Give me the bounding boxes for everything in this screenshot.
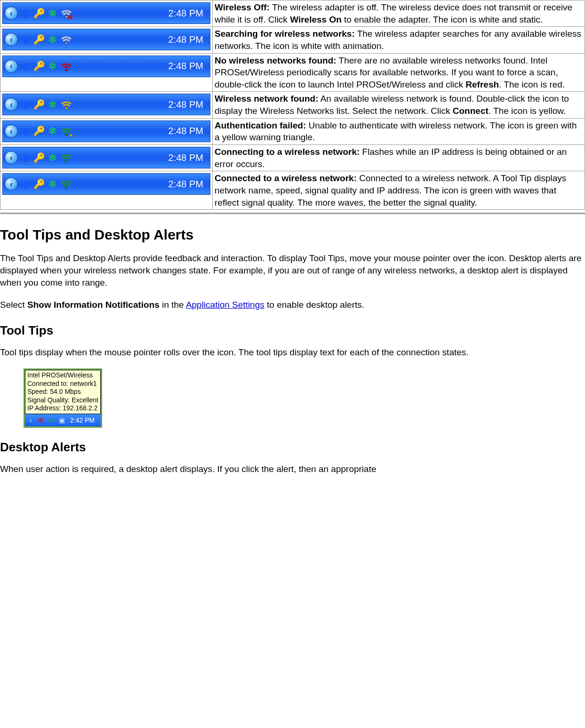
battery-icon: ▮	[21, 179, 31, 189]
keys-icon: 🔑	[34, 99, 44, 110]
paragraph-select-notifications: Select Show Information Notifications in…	[0, 299, 585, 311]
keys-icon: 🔑	[34, 8, 44, 18]
state-taskbar-cell: ‹▮🔑❇2:48 PM	[0, 27, 213, 53]
globe-icon: ❇	[47, 179, 57, 189]
system-tray: ‹▮🔑❇	[3, 177, 72, 191]
state-title: Authentication failed:	[215, 120, 306, 130]
keys-icon: 🔑	[34, 179, 44, 189]
tray-chevron-icon: ‹	[5, 98, 18, 111]
tray-chevron-icon: ‹	[27, 416, 34, 424]
wifi-icon	[60, 98, 72, 111]
state-taskbar-cell: ‹▮🔑❇2:48 PM	[0, 145, 213, 171]
wifi-icon	[48, 416, 55, 424]
heading-tooltips-alerts: Tool Tips and Desktop Alerts	[0, 227, 585, 243]
system-tray: ‹▮🔑❇	[3, 60, 72, 73]
taskbar: ‹▮🔑❇2:48 PM	[2, 29, 210, 50]
paragraph-tooltips-body: Tool tips display when the mouse pointer…	[0, 346, 585, 359]
state-description-cell: Wireless Off: The wireless adapter is of…	[213, 0, 585, 27]
state-row: ‹▮🔑❇2:48 PMWireless network found: An av…	[0, 92, 585, 118]
state-taskbar-cell: ‹▮🔑❇2:48 PM	[0, 53, 213, 92]
tray-chevron-icon: ‹	[5, 7, 18, 20]
taskbar: ‹▮🔑❇2:48 PM	[2, 56, 210, 77]
taskbar-clock: 2:48 PM	[168, 33, 210, 46]
taskbar-clock: 2:48 PM	[168, 98, 210, 111]
taskbar-clock: 2:48 PM	[168, 7, 210, 20]
taskbar: ‹▮🔑❇2:48 PM	[2, 94, 210, 115]
battery-icon: ▮	[21, 61, 31, 72]
system-tray: ‹▮🔑❇	[3, 33, 72, 46]
battery-icon: ▮	[21, 8, 31, 18]
state-row: ‹▮🔑❇2:48 PMConnecting to a wireless netw…	[0, 145, 585, 171]
tooltip-line: Connected to: network1	[27, 380, 98, 388]
tray-chevron-icon: ‹	[5, 125, 18, 138]
keys-icon: 🔑	[34, 61, 44, 72]
tray-chevron-icon: ‹	[5, 33, 18, 46]
state-taskbar-cell: ‹▮🔑❇2:48 PM	[0, 171, 213, 210]
paragraph-desktop-alerts-body: When user action is required, a desktop …	[0, 463, 585, 475]
taskbar-clock: 2:48 PM	[168, 178, 210, 191]
taskbar: ‹▮🔑❇2:48 PM	[2, 147, 210, 168]
tooltip-taskbar: ‹ ⛨ ▣ 2:42 PM	[25, 414, 101, 426]
bold-show-information-notifications: Show Information Notifications	[27, 300, 160, 310]
tray-chevron-icon: ‹	[5, 177, 18, 191]
wifi-icon	[60, 33, 72, 46]
state-title: Wireless Off:	[215, 2, 270, 12]
inline-bold: Connect	[453, 106, 489, 116]
state-description-cell: Connected to a wireless network: Connect…	[213, 171, 585, 210]
state-taskbar-cell: ‹▮🔑❇2:48 PM	[0, 0, 213, 27]
tooltip-clock: 2:42 PM	[70, 416, 95, 424]
keys-icon: 🔑	[34, 34, 44, 45]
globe-icon: ❇	[47, 61, 57, 72]
link-application-settings[interactable]: Application Settings	[186, 300, 264, 310]
taskbar: ‹▮🔑❇2:48 PM	[2, 173, 210, 195]
heading-desktop-alerts: Desktop Alerts	[0, 440, 585, 455]
globe-icon: ❇	[47, 152, 57, 163]
shield-icon: ⛨	[37, 416, 45, 424]
wifi-icon: !	[60, 125, 72, 137]
taskbar-clock: 2:48 PM	[168, 125, 210, 137]
tooltip-line: Speed: 54.0 Mbps	[27, 388, 98, 396]
globe-icon: ❇	[47, 126, 57, 136]
tooltip-screenshot: Intel PROSet/WirelessConnected to: netwo…	[24, 368, 102, 428]
paragraph-tooltips-alerts-intro: The Tool Tips and Desktop Alerts provide…	[0, 252, 585, 288]
tray-chevron-icon: ‹	[5, 151, 18, 164]
wifi-icon	[60, 60, 72, 72]
taskbar: ‹▮🔑❇!2:48 PM	[2, 120, 210, 142]
system-tray: ‹▮🔑❇!	[3, 125, 72, 138]
system-tray: ‹▮🔑❇	[3, 98, 72, 111]
wifi-icon	[60, 152, 72, 164]
keys-icon: 🔑	[34, 152, 44, 163]
state-description-cell: Wireless network found: An available wir…	[213, 92, 585, 118]
tooltip-line: Signal Quality: Excellent	[27, 396, 98, 405]
state-title: Connected to a wireless network:	[215, 173, 357, 183]
globe-icon: ❇	[47, 99, 57, 110]
wifi-icon	[60, 178, 72, 190]
inline-bold: Wireless On	[290, 15, 342, 24]
state-row: ‹▮🔑❇!2:48 PMAuthentication failed: Unabl…	[0, 118, 585, 144]
state-row: ‹▮🔑❇2:48 PMConnected to a wireless netwo…	[0, 171, 585, 210]
section-divider	[0, 213, 585, 215]
system-tray: ‹▮🔑❇	[3, 151, 72, 164]
tooltip-line: Intel PROSet/Wireless	[27, 371, 98, 380]
state-description-cell: Searching for wireless networks: The wir…	[213, 27, 585, 53]
battery-icon: ▮	[21, 99, 31, 110]
state-title: Connecting to a wireless network:	[215, 147, 360, 157]
keys-icon: 🔑	[34, 126, 44, 136]
battery-icon: ▮	[21, 152, 31, 163]
display-icon: ▣	[58, 416, 65, 424]
globe-icon: ❇	[47, 34, 57, 45]
wireless-states-table: ‹▮🔑❇2:48 PMWireless Off: The wireless ad…	[0, 0, 585, 210]
globe-icon: ❇	[47, 8, 57, 18]
state-taskbar-cell: ‹▮🔑❇2:48 PM	[0, 92, 213, 118]
battery-icon: ▮	[21, 34, 31, 45]
battery-icon: ▮	[21, 126, 31, 136]
taskbar-clock: 2:48 PM	[168, 60, 210, 72]
state-row: ‹▮🔑❇2:48 PMWireless Off: The wireless ad…	[0, 0, 585, 27]
heading-tooltips: Tool Tips	[0, 323, 585, 338]
state-title: Wireless network found:	[215, 94, 318, 104]
tooltip-box: Intel PROSet/WirelessConnected to: netwo…	[25, 370, 101, 414]
state-taskbar-cell: ‹▮🔑❇!2:48 PM	[0, 118, 213, 144]
inline-bold: Refresh	[465, 80, 499, 89]
taskbar: ‹▮🔑❇2:48 PM	[2, 2, 210, 24]
wifi-icon	[60, 7, 72, 19]
